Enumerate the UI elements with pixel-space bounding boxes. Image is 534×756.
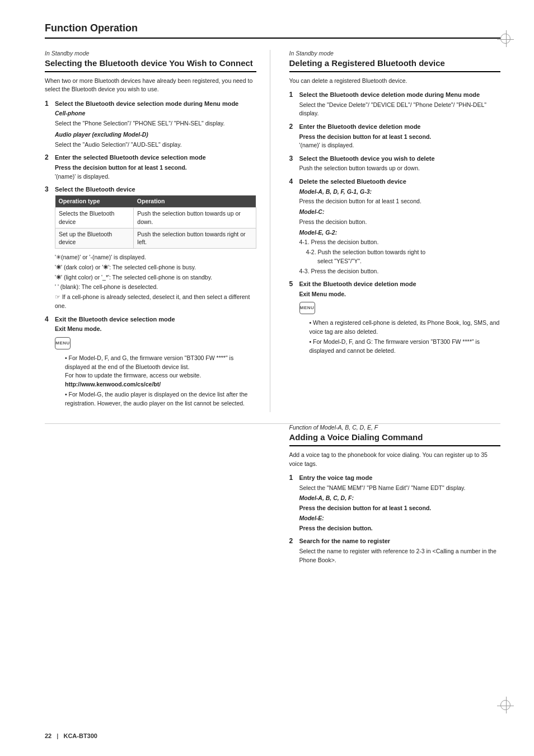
sub-label: Model-E: [299, 515, 324, 521]
right-column: In Standby mode Deleting a Registered Bl… [287, 50, 501, 412]
left-section-mode: In Standby mode [45, 50, 256, 57]
step-content: Exit Menu mode. MENU When a registered c… [299, 290, 501, 356]
left-step-1: 1 Select the Bluetooth device selection … [45, 100, 256, 149]
left-step-2: 2 Enter the selected Bluetooth device se… [45, 153, 256, 181]
step-title: Enter the Bluetooth device deletion mode [299, 123, 421, 131]
exit-menu-label: Exit Menu mode. [55, 325, 256, 334]
step-num: 2 [45, 153, 53, 161]
left-step-4-header: 4 Exit the Bluetooth device selection mo… [45, 315, 256, 324]
note-item: '✳(name)' or '-(name)' is displayed. [55, 253, 256, 262]
step-content: Select the "NAME MEM"/ "PB Name Edit"/ "… [299, 484, 501, 533]
step-content: Press the decision button for at least 1… [299, 133, 501, 151]
exit-menu-label: Exit Menu mode. [299, 290, 501, 299]
step-title: Delete the selected Bluetooth device [299, 178, 406, 186]
step-num: 1 [289, 474, 297, 482]
step-content: Model-A, B, D, F, G-1, G-3: Press the de… [299, 188, 501, 276]
step-title: Exit the Bluetooth device selection mode [55, 315, 175, 324]
page: Function Operation In Standby mode Selec… [0, 0, 534, 756]
bottom-step-1: 1 Entry the voice tag mode Select the "N… [289, 474, 501, 533]
step-content: Press the decision button for at least 1… [55, 164, 256, 181]
bottom-step-2: 2 Search for the name to register Select… [289, 537, 501, 564]
bottom-voice-section: Function of Model-A, B, C, D, E, F Addin… [287, 424, 501, 569]
step-num: 5 [289, 280, 297, 288]
two-column-layout: In Standby mode Selecting the Bluetooth … [45, 50, 500, 412]
right-step-3: 3 Select the Bluetooth device you wish t… [289, 155, 501, 173]
page-footer: 22 | KCA-BT300 [45, 732, 97, 739]
step-num: 2 [289, 537, 297, 545]
right-step-1: 1 Select the Bluetooth device deletion m… [289, 91, 501, 118]
right-section-desc: You can delete a registered Bluetooth de… [289, 77, 501, 86]
url-link: http://www.kenwood.com/cs/ce/bt/ [65, 381, 161, 388]
table-cell: Push the selection button towards right … [134, 228, 256, 248]
step-num: 4 [289, 178, 297, 185]
note-item: '✳' (light color) or '_*': The selected … [55, 273, 256, 282]
step-title: Select the Bluetooth device [55, 185, 135, 194]
table-cell: Selects the Bluetooth device [55, 208, 134, 228]
menu-icon: MENU [299, 302, 315, 314]
sub-label: Model-A, B, D, F, G-1, G-3: [299, 188, 372, 195]
step-content: Cell-phone Select the "Phone Selection"/… [55, 109, 256, 149]
model-e-text-2: 4-2. Push the selection button towards r… [306, 248, 501, 266]
footer-separator: | [57, 732, 58, 739]
note-item: For Model-D, F, and G: The firmware vers… [310, 338, 501, 356]
step-title: Select the Bluetooth device deletion mod… [299, 91, 480, 99]
right-step-4: 4 Delete the selected Bluetooth device M… [289, 178, 501, 276]
step-body: Select the name to register with referen… [299, 547, 501, 565]
menu-icon: MENU [55, 337, 71, 349]
step-num: 1 [289, 91, 297, 99]
right-step-4-header: 4 Delete the selected Bluetooth device [289, 178, 501, 186]
table-cell: Push the selection button towards up or … [134, 208, 256, 228]
model-abcdf-text: Press the decision button for at least 1… [299, 504, 501, 513]
bottom-step-1-header: 1 Entry the voice tag mode [289, 474, 501, 482]
step-content: Push the selection button towards up or … [299, 164, 501, 173]
operation-table: Operation type Operation Selects the Blu… [55, 195, 256, 249]
bottom-section-title: Adding a Voice Dialing Command [289, 432, 501, 446]
step-content: Exit Menu mode. MENU For Model-D, F, and… [55, 325, 256, 408]
table-row: Set up the Bluetooth device Push the sel… [55, 228, 256, 248]
left-step-2-header: 2 Enter the selected Bluetooth device se… [45, 153, 256, 162]
model-name: KCA-BT300 [63, 732, 97, 739]
step-content: Operation type Operation Selects the Blu… [55, 195, 256, 311]
note-item: '✳' (dark color) or '✳': The selected ce… [55, 263, 256, 272]
function-note: Function of Model-A, B, C, D, E, F [289, 424, 501, 431]
step-body: Push the selection button towards up or … [299, 164, 501, 173]
model-e-voice-text: Press the decision button. [299, 524, 501, 533]
page-title: Function Operation [45, 22, 500, 39]
left-step-1-header: 1 Select the Bluetooth device selection … [45, 100, 256, 108]
bottom-step-2-header: 2 Search for the name to register [289, 537, 501, 545]
col-header-op-type: Operation type [55, 195, 134, 208]
right-section-title: Deleting a Registered Bluetooth device [289, 58, 501, 72]
right-step-5: 5 Exit the Bluetooth device deletion mod… [289, 280, 501, 355]
step-num: 3 [45, 185, 53, 193]
step2-body: Press the decision button for at least 1… [55, 164, 256, 181]
audio-player-text: Select the "Audio Selection"/ "AUD-SEL" … [55, 141, 256, 150]
note-item: For Model-D, F, and G, the firmware vers… [65, 354, 256, 389]
bottom-full-layout: Function of Model-A, B, C, D, E, F Addin… [45, 424, 500, 569]
step-title: Select the Bluetooth device you wish to … [299, 155, 435, 163]
right-step-2-header: 2 Enter the Bluetooth device deletion mo… [289, 123, 501, 131]
step-title: Entry the voice tag mode [299, 474, 373, 482]
sub-label: Model-C: [299, 208, 325, 215]
page-number: 22 [45, 732, 51, 739]
right-step-3-header: 3 Select the Bluetooth device you wish t… [289, 155, 501, 163]
note-item: ' ' (blank): The cell-phone is deselecte… [55, 283, 256, 292]
right-step-5-header: 5 Exit the Bluetooth device deletion mod… [289, 280, 501, 288]
notes-section: For Model-D, F, and G, the firmware vers… [65, 354, 256, 408]
right-step-1-header: 1 Select the Bluetooth device deletion m… [289, 91, 501, 99]
col-header-op: Operation [134, 195, 256, 208]
cell-phone-text: Select the "Phone Selection"/ "PHONE SEL… [55, 119, 256, 128]
bottom-section-desc: Add a voice tag to the phonebook for voi… [289, 451, 501, 469]
step-title: Enter the selected Bluetooth device sele… [55, 153, 206, 162]
reg-mark-bottom-right [500, 700, 512, 711]
step-body: Press the decision button for at least 1… [299, 133, 501, 151]
step-num: 3 [289, 155, 297, 162]
note-item: For Model-G, the audio player is display… [65, 390, 256, 408]
sub-label: Model-A, B, C, D, F: [299, 494, 354, 501]
step-body: Select the "NAME MEM"/ "PB Name Edit"/ "… [299, 484, 501, 493]
step-num: 2 [289, 123, 297, 130]
step-title: Exit the Bluetooth device deletion mode [299, 280, 416, 288]
left-column: In Standby mode Selecting the Bluetooth … [45, 50, 270, 412]
left-step-3-header: 3 Select the Bluetooth device [45, 185, 256, 194]
left-section-desc: When two or more Bluetooth devices have … [45, 77, 256, 95]
step-body: Select the "Device Delete"/ "DEVICE DEL"… [299, 101, 501, 119]
